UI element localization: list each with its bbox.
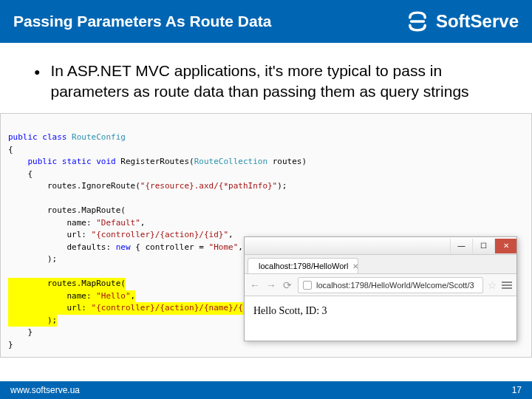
slide-content: ● In ASP.NET MVC applications, it's more… [0,43,532,103]
brand-logo: SoftServe [405,9,519,34]
bullet-point: ● In ASP.NET MVC applications, it's more… [34,61,511,103]
window-titlebar: — ☐ ✕ [245,237,516,255]
reload-button[interactable]: ⟳ [282,279,293,291]
bullet-marker: ● [34,65,40,103]
address-bar: ← → ⟳ localhost:1798/HelloWorld/Welcome/… [245,274,516,296]
bullet-text: In ASP.NET MVC applications, it's more t… [50,61,511,103]
forward-button[interactable]: → [265,279,277,291]
browser-tab[interactable]: localhost:1798/HelloWorl ✕ [248,258,358,273]
browser-window: — ☐ ✕ localhost:1798/HelloWorl ✕ ← → ⟳ l… [244,236,517,341]
slide-title: Passing Parameters As Route Data [13,13,271,30]
page-number: 17 [512,385,522,395]
url-input[interactable]: localhost:1798/HelloWorld/Welcome/Scott/… [298,277,483,293]
close-button[interactable]: ✕ [494,239,516,253]
tab-bar: localhost:1798/HelloWorl ✕ [245,255,516,274]
tab-title: localhost:1798/HelloWorl [259,262,348,270]
softserve-icon [405,9,430,34]
url-text: localhost:1798/HelloWorld/Welcome/Scott/… [316,281,474,290]
slide-footer: www.softserve.ua 17 [0,381,532,399]
slide-header: Passing Parameters As Route Data SoftSer… [0,0,532,43]
footer-url: www.softserve.ua [10,385,80,395]
bookmark-icon[interactable]: ☆ [488,279,497,291]
brand-name: SoftServe [436,11,519,32]
menu-icon[interactable] [502,282,512,289]
minimize-button[interactable]: — [450,239,472,253]
tab-close-icon[interactable]: ✕ [352,262,358,270]
maximize-button[interactable]: ☐ [472,239,494,253]
page-icon [303,281,312,290]
page-body: Hello Scott, ID: 3 [245,296,516,341]
back-button[interactable]: ← [249,279,261,291]
